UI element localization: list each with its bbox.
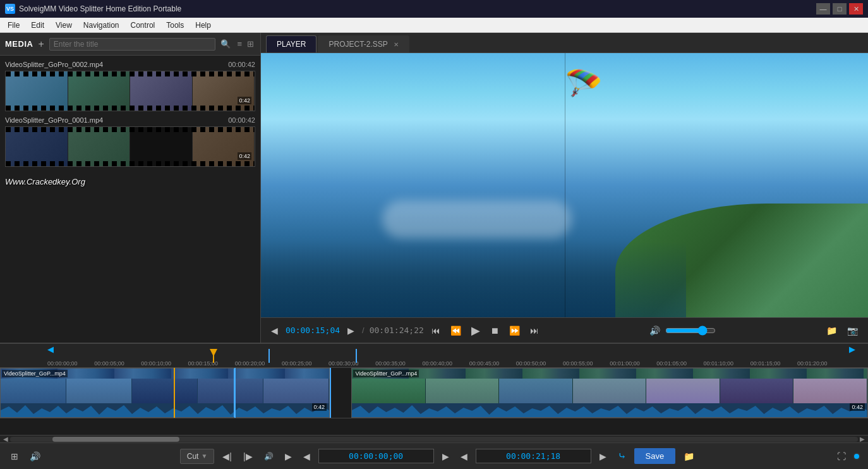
video-track: VideoSplitter_GoP...mp4 (0, 368, 868, 418)
maximize-button[interactable]: □ (833, 3, 847, 15)
scroll-left-arrow[interactable]: ◀ (1, 436, 10, 442)
menu-edit[interactable]: Edit (26, 20, 49, 31)
clip-gap (330, 368, 351, 418)
next-playhead-button[interactable]: ▶ (439, 449, 452, 463)
status-indicator (853, 453, 860, 460)
top-section: MEDIA + 🔍 ≡ ⊞ VideoSplitter_GoPro_0002.m… (0, 33, 868, 343)
marker-prev-button[interactable]: ◀ (457, 449, 471, 463)
prev-playhead-button[interactable]: ◀ (300, 449, 313, 463)
blue-marker-line (234, 368, 236, 418)
player-tabs: PLAYER PROJECT-2.SSP ✕ (261, 33, 868, 53)
main-layout: MEDIA + 🔍 ≡ ⊞ VideoSplitter_GoPro_0002.m… (0, 33, 868, 469)
save-button[interactable]: Save (634, 448, 676, 464)
audio-only-button[interactable]: 🔊 (261, 450, 277, 463)
media-add-button[interactable]: + (38, 39, 44, 49)
thumb-frame (130, 127, 193, 166)
clouds (382, 200, 572, 238)
thumb-frame: 0:42 (193, 71, 255, 111)
list-view-button[interactable]: ≡ (236, 38, 243, 50)
minimize-button[interactable]: — (816, 3, 830, 15)
menu-bar: File Edit View Navigation Control Tools … (0, 18, 868, 33)
cut-label: Cut (187, 452, 199, 461)
scroll-right-arrow[interactable]: ▶ (858, 436, 867, 442)
volume-icon: 🔊 (649, 326, 660, 336)
media-thumbnails: 0:42 (5, 126, 255, 167)
marker-start-button[interactable]: ◀| (219, 449, 235, 463)
timeline-ruler-container: ◀ ▶ 00:00:0 (0, 344, 868, 368)
track-area: VideoSplitter_GoP...mp4 (0, 368, 868, 435)
project-tab[interactable]: PROJECT-2.SSP ✕ (318, 35, 409, 52)
clip-duration: 0:42 (850, 403, 865, 411)
grid-view-button[interactable]: ⊞ (246, 38, 255, 50)
watermark-text: Www.Crackedkey.Org (0, 169, 260, 194)
scrollbar-track[interactable] (10, 437, 858, 442)
video-clip-1[interactable]: VideoSplitter_GoP...mp4 (0, 368, 330, 418)
frame-back-button[interactable]: ⏪ (448, 324, 464, 337)
thumb-frame (6, 127, 68, 166)
open-folder-button[interactable]: 📁 (824, 324, 840, 337)
ruler-tick: 00:00:55;00 (563, 360, 593, 367)
menu-tools[interactable]: Tools (161, 20, 189, 31)
clip-label: VideoSplitter_GoP...mp4 (353, 370, 419, 377)
timeline-prev-arrow[interactable]: ◀ (47, 344, 54, 354)
prev-frame-button[interactable]: ◀ (268, 324, 280, 337)
ruler-tick: 00:00:45;00 (469, 360, 500, 367)
thumb-frame (68, 71, 131, 111)
play-pause-button[interactable]: ▶ (469, 322, 483, 339)
media-item-duration: 00:00:42 (228, 116, 255, 124)
step-fwd-button[interactable]: ⏭ (527, 324, 541, 337)
open-output-folder-button[interactable]: 📁 (680, 449, 697, 463)
audio-wave (1, 403, 329, 417)
app-logo: VS (5, 4, 15, 14)
search-icon[interactable]: 🔍 (220, 39, 231, 49)
thumb-frame (6, 71, 68, 111)
media-panel-title: MEDIA (5, 39, 33, 49)
thumb-frame (130, 71, 193, 111)
volume-slider[interactable] (665, 326, 716, 336)
menu-file[interactable]: File (3, 20, 25, 31)
current-position-input[interactable]: 00:00:00;00 (318, 449, 434, 463)
timeline-scrollbar: ◀ ▶ (0, 435, 868, 442)
screenshot-button[interactable]: 📷 (845, 324, 860, 337)
marker-end-button[interactable]: |▶ (240, 449, 256, 463)
orange-playhead (213, 349, 214, 363)
audio-toggle-button[interactable]: 🔊 (27, 449, 44, 463)
tab-close-icon[interactable]: ✕ (394, 41, 399, 48)
ocean-overlay (261, 241, 686, 317)
track-content[interactable]: VideoSplitter_GoP...mp4 (0, 368, 868, 435)
marker-time-input[interactable]: 00:00:21;18 (476, 449, 591, 463)
media-item[interactable]: VideoSplitter_GoPro_0001.mp4 00:00:42 0:… (0, 114, 260, 169)
media-search-input[interactable] (49, 38, 216, 51)
menu-help[interactable]: Help (190, 20, 216, 31)
bottom-right-controls: ⛶ (834, 449, 860, 463)
menu-control[interactable]: Control (126, 20, 160, 31)
go-to-marker-button[interactable]: ⤷ (615, 448, 629, 464)
scrollbar-thumb[interactable] (52, 437, 179, 442)
media-header: MEDIA + 🔍 ≡ ⊞ (0, 33, 260, 56)
marker-next-button[interactable]: ▶ (596, 449, 610, 463)
fullscreen-button[interactable]: ⛶ (834, 449, 849, 463)
player-tab[interactable]: PLAYER (266, 35, 316, 52)
ruler-tick: 00:01:05;00 (656, 360, 687, 367)
timeline-next-arrow[interactable]: ▶ (849, 344, 855, 354)
cut-button[interactable]: Cut ▼ (180, 449, 215, 464)
blue-marker-left (268, 349, 270, 363)
ruler-tick: 00:00:25;00 (282, 360, 312, 367)
menu-view[interactable]: View (51, 20, 77, 31)
ruler-tick: 00:01:20;00 (797, 360, 828, 367)
frame-fwd-button[interactable]: ⏩ (507, 324, 522, 337)
close-button[interactable]: ✕ (849, 3, 863, 15)
play-selected-button[interactable]: ▶ (282, 449, 295, 463)
media-panel: MEDIA + 🔍 ≡ ⊞ VideoSplitter_GoPro_0002.m… (0, 33, 261, 343)
title-bar: VS SolveigMM Video Splitter Home Edition… (0, 0, 868, 18)
bottom-toolbar: ⊞ 🔊 Cut ▼ ◀| |▶ 🔊 ▶ ◀ 00:00:00;00 ▶ ◀ 00… (0, 442, 868, 469)
step-back-button[interactable]: ⏮ (429, 324, 443, 337)
stop-button[interactable]: ⏹ (488, 324, 502, 337)
media-item[interactable]: VideoSplitter_GoPro_0002.mp4 00:00:42 0:… (0, 58, 260, 114)
menu-navigation[interactable]: Navigation (78, 20, 124, 31)
timeline-toggle-button[interactable]: ⊞ (8, 449, 21, 463)
toolbar-center: Cut ▼ ◀| |▶ 🔊 ▶ ◀ 00:00:00;00 ▶ ◀ 00:00:… (49, 448, 829, 464)
next-frame-button[interactable]: ▶ (345, 324, 357, 337)
cut-dropdown-arrow[interactable]: ▼ (201, 453, 207, 460)
video-clip-2[interactable]: VideoSplitter_GoP...mp4 (351, 368, 868, 418)
